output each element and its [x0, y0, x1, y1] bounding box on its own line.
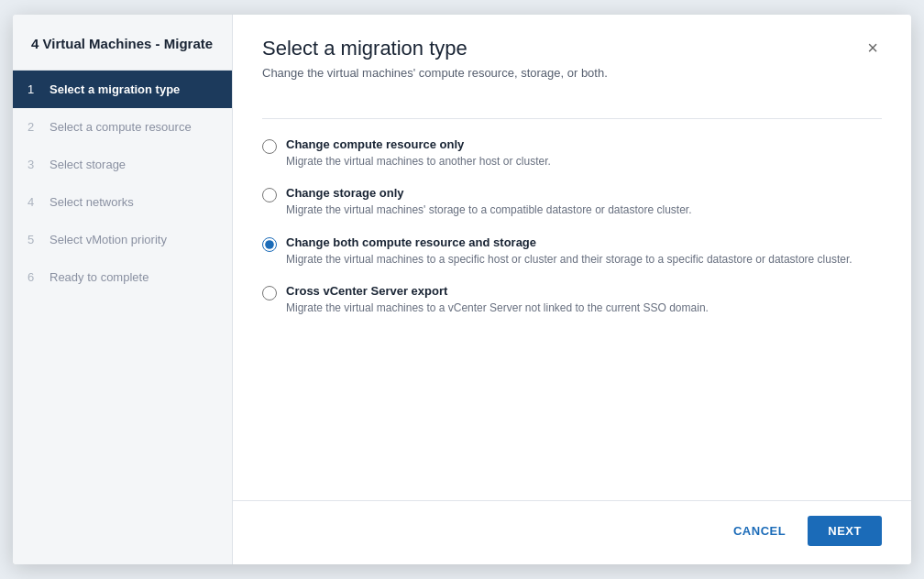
radio-desc-opt1: Migrate the virtual machines to another …: [286, 154, 551, 169]
radio-desc-opt2: Migrate the virtual machines' storage to…: [286, 202, 692, 218]
sidebar-item-3[interactable]: 3Select storage: [13, 146, 232, 183]
sidebar-item-label: Select networks: [50, 195, 134, 209]
radio-label-opt3: Change both compute resource and storage: [286, 235, 852, 249]
radio-content-opt1: Change compute resource only Migrate the…: [286, 137, 551, 169]
radio-input-opt1[interactable]: [262, 139, 277, 154]
dialog-title: 4 Virtual Machines - Migrate: [13, 15, 232, 71]
sidebar-item-label: Select vMotion priority: [50, 233, 167, 246]
sidebar-item-5[interactable]: 5Select vMotion priority: [13, 221, 232, 258]
sidebar-item-4[interactable]: 4Select networks: [13, 183, 232, 221]
radio-input-opt4[interactable]: [262, 286, 277, 300]
migration-dialog: 4 Virtual Machines - Migrate 1Select a m…: [13, 15, 911, 564]
next-button[interactable]: NEXT: [808, 516, 882, 546]
main-subtitle: Change the virtual machines' compute res…: [262, 66, 608, 80]
radio-option-opt1[interactable]: Change compute resource only Migrate the…: [262, 137, 882, 169]
radio-desc-opt3: Migrate the virtual machines to a specif…: [286, 252, 852, 268]
sidebar-item-2[interactable]: 2Select a compute resource: [13, 108, 232, 146]
radio-label-opt1: Change compute resource only: [286, 137, 551, 151]
sidebar-item-6[interactable]: 6Ready to complete: [13, 258, 232, 296]
sidebar-item-1[interactable]: 1Select a migration type: [13, 71, 232, 108]
cancel-button[interactable]: CANCEL: [722, 517, 797, 545]
radio-label-opt2: Change storage only: [286, 186, 692, 200]
radio-option-opt4[interactable]: Cross vCenter Server export Migrate the …: [262, 284, 882, 316]
close-button[interactable]: ×: [864, 38, 882, 57]
main-title: Select a migration type: [262, 37, 608, 60]
main-header: Select a migration type Change the virtu…: [233, 15, 911, 80]
radio-content-opt3: Change both compute resource and storage…: [286, 235, 852, 268]
step-number: 2: [28, 120, 42, 134]
sidebar-item-label: Select storage: [50, 158, 126, 171]
radio-input-opt3[interactable]: [262, 237, 277, 252]
radio-option-opt3[interactable]: Change both compute resource and storage…: [262, 235, 882, 268]
step-number: 4: [28, 195, 42, 209]
main-body: Change compute resource only Migrate the…: [233, 80, 911, 500]
main-panel: Select a migration type Change the virtu…: [233, 15, 911, 564]
sidebar-item-label: Ready to complete: [50, 270, 148, 284]
sidebar-item-label: Select a migration type: [50, 82, 180, 96]
main-footer: CANCEL NEXT: [233, 500, 911, 564]
sidebar-item-label: Select a compute resource: [50, 120, 192, 134]
step-number: 5: [28, 233, 42, 246]
radio-content-opt2: Change storage only Migrate the virtual …: [286, 186, 692, 218]
step-number: 6: [28, 270, 42, 284]
radio-desc-opt4: Migrate the virtual machines to a vCente…: [286, 300, 709, 316]
radio-label-opt4: Cross vCenter Server export: [286, 284, 709, 298]
radio-content-opt4: Cross vCenter Server export Migrate the …: [286, 284, 709, 316]
sidebar: 4 Virtual Machines - Migrate 1Select a m…: [13, 15, 233, 564]
divider: [262, 118, 882, 119]
step-number: 3: [28, 158, 42, 171]
radio-input-opt2[interactable]: [262, 188, 277, 202]
main-header-text: Select a migration type Change the virtu…: [262, 37, 608, 80]
step-number: 1: [28, 82, 42, 96]
radio-option-opt2[interactable]: Change storage only Migrate the virtual …: [262, 186, 882, 218]
